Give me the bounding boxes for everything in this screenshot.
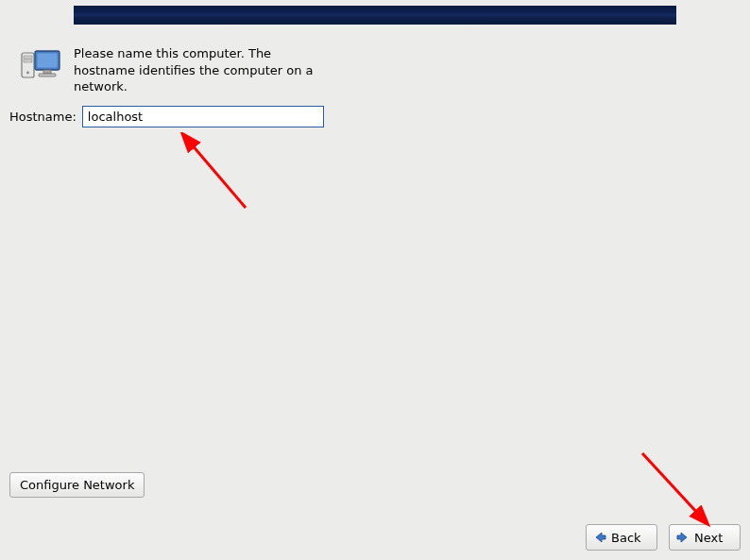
svg-rect-7 [39, 74, 56, 76]
back-button[interactable]: Back [586, 524, 657, 551]
arrow-left-icon [592, 530, 607, 545]
info-row: Please name this computer. The hostname … [18, 45, 319, 95]
svg-rect-1 [24, 56, 32, 59]
arrow-right-icon [675, 530, 690, 545]
svg-rect-6 [43, 70, 51, 74]
hostname-input[interactable] [82, 106, 324, 127]
hostname-row: Hostname: [9, 106, 324, 127]
info-text: Please name this computer. The hostname … [74, 45, 319, 95]
computer-network-icon [18, 45, 63, 91]
header-banner [74, 6, 676, 25]
svg-rect-5 [38, 54, 58, 68]
configure-network-button[interactable]: Configure Network [9, 472, 145, 498]
nav-buttons: Back Next [586, 524, 741, 551]
annotation-arrow-icon [633, 444, 718, 529]
svg-line-8 [191, 144, 246, 208]
svg-point-3 [26, 72, 29, 75]
back-button-label: Back [611, 531, 641, 545]
svg-line-9 [642, 453, 699, 515]
svg-rect-2 [24, 59, 32, 62]
next-button[interactable]: Next [669, 524, 741, 551]
hostname-label: Hostname: [9, 110, 77, 124]
next-button-label: Next [694, 531, 723, 545]
annotation-arrow-icon [179, 132, 255, 217]
